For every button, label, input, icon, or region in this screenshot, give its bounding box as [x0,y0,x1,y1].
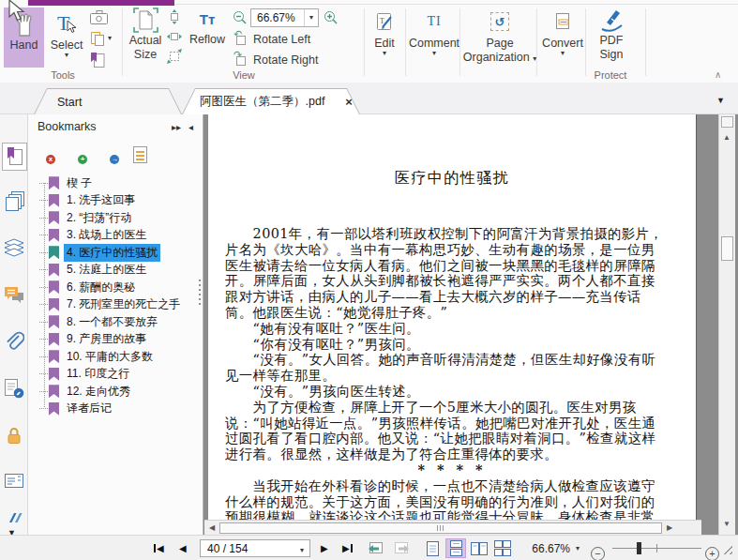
split-view-handle[interactable] [721,116,733,128]
facing-view-button[interactable] [469,538,489,558]
status-zoom-value[interactable]: 66.67% [518,536,570,560]
ribbon-separator [585,8,586,76]
zoom-slider-thumb[interactable] [637,542,641,554]
zoom-out-circle-button[interactable]: − [591,547,605,560]
zoom-in-button[interactable] [324,10,339,25]
bookmark-item[interactable]: 楔 子 [28,174,203,192]
page-combo-caret-icon: ▾ [300,546,304,554]
actual-size-label: Actual [129,35,162,47]
scroll-up-icon[interactable]: ▲ [723,133,730,142]
comment-button[interactable]: TI Comment ▾ [409,8,459,57]
continuous-view-button[interactable] [445,538,466,558]
continuous-facing-view-button[interactable] [492,538,513,558]
page-number-combobox[interactable]: 40 / 154 ▾ [200,539,310,557]
pdf-sign-label-2: Sign [599,49,623,61]
panel-splitter-handle[interactable] [199,280,201,306]
edit-button[interactable]: T Edit ▾ [366,8,403,57]
bookmark-item[interactable]: 7. 死刑室里的死亡之手 [28,296,203,314]
bookmark-item[interactable]: 12. 走向优秀 [28,383,203,401]
select-tool-button[interactable]: T Select ▾ [46,8,87,68]
add-bookmark-button[interactable]: + [69,146,86,164]
next-view-button[interactable] [394,536,410,560]
zoom-slider-tick [656,544,657,552]
bookmark-item[interactable]: 10. 平庸的大多数 [28,348,203,366]
sidebar-item-layers[interactable] [3,236,25,259]
bookmark-flag-icon [49,280,59,294]
facing-view-icon [471,542,488,555]
expand-bookmarks-button[interactable] [133,146,147,163]
horizontal-scrollbar[interactable]: ◀ ▶ [204,520,701,535]
sidebar-item-attachments[interactable] [3,330,25,353]
clipboard-button[interactable]: ▾ [90,30,112,47]
ribbon-separator [122,8,123,76]
single-page-view-button[interactable] [422,538,443,558]
tab-start-label: Start [35,96,82,109]
bookmark-item[interactable]: 5. 法庭上的医生 [28,262,203,280]
collapse-ribbon-icon[interactable]: ∧ [715,69,721,80]
scroll-left-icon[interactable]: ◀ [204,523,219,532]
vertical-scroll-thumb[interactable] [721,236,733,261]
fit-width-button[interactable] [167,29,182,44]
convert-button[interactable]: Convert ▾ [540,8,585,57]
sidebar-item-fields[interactable] [3,469,25,492]
panel-collapse-icon[interactable]: ▸▸ [172,122,181,132]
sidebar-item-partial[interactable] [3,507,25,529]
bookmark-page-button[interactable] [90,52,105,68]
bookmark-flag-icon [49,368,59,381]
status-zoom-caret-icon[interactable]: ▾ [576,536,580,560]
bookmark-item[interactable]: 2. “扫荡”行动 [28,209,203,227]
window-resize-grip[interactable] [720,542,732,554]
pdf-sign-label: PDF [600,35,624,47]
sidebar-item-bookmarks[interactable] [2,143,27,171]
sidebar-item-comments[interactable] [3,283,25,306]
scroll-down-icon[interactable]: ▼ [723,520,730,528]
actual-size-button[interactable]: Actual Size [126,8,165,61]
zoom-level-combobox[interactable]: 66.67% ▾ [250,8,319,27]
pdf-page[interactable]: 医疗中的性骚扰 2001年，有一部以塔利班政权控制下的阿富汗为背景拍摄的影片， … [208,114,697,520]
zoom-combo-caret-icon: ▾ [309,14,313,22]
goto-bookmark-button[interactable]: → [101,146,118,164]
sidebar-item-security[interactable] [3,424,25,446]
bookmark-item[interactable]: 3. 战场上的医生 [28,227,203,245]
scroll-right-icon[interactable]: ▶ [662,523,677,532]
bookmark-item[interactable]: 9. 产房里的故事 [28,331,203,349]
bookmark-item[interactable]: 8. 一个都不要放弃 [28,313,203,331]
horizontal-scroll-thumb[interactable] [219,522,662,534]
tab-start[interactable]: Start [34,88,182,114]
zoom-out-button[interactable] [233,10,248,25]
tab-list-menu-icon[interactable]: ▼ [716,96,725,105]
bookmark-item[interactable]: 11. 印度之行 [28,366,203,384]
ribbon-separator [536,8,537,76]
navigation-panel-strip: ▼ [0,114,28,535]
first-page-button[interactable]: ◀ [154,536,164,560]
last-page-button[interactable]: ▶ [342,536,353,560]
page-organization-button[interactable]: ↺ Page Organization ▾ [463,8,536,64]
pdf-sign-icon [599,8,625,33]
previous-page-button[interactable]: ◀ [179,536,187,560]
sidebar-item-signatures[interactable] [3,377,25,400]
previous-view-button[interactable] [368,536,384,560]
bookmark-item[interactable]: 1. 洗手这回事 [28,192,203,210]
pdf-sign-button[interactable]: PDF Sign [589,8,634,61]
next-page-button[interactable]: ▶ [321,536,328,560]
bookmark-flag-icon [49,350,59,363]
sidebar-item-pages[interactable] [3,189,25,212]
panel-hide-icon[interactable]: ◂ [188,122,193,132]
rotate-left-label: Rotate Left [253,33,310,46]
snapshot-button[interactable] [90,8,108,25]
actual-size-label-2: Size [134,49,157,61]
reflow-button[interactable]: Tт Reflow [186,8,229,46]
rotate-right-button[interactable]: ↷ Rotate Right [234,52,318,68]
vertical-scrollbar[interactable]: ▲ ▼ [718,114,735,535]
delete-bookmark-button[interactable]: x [38,146,54,164]
rotate-left-button[interactable]: ↶ Rotate Left [234,31,310,48]
zoom-in-circle-button[interactable]: + [705,547,719,560]
file-tab-accent[interactable] [28,0,174,6]
tab-document[interactable]: 阿图医生（第二季）.pdf × [182,88,360,114]
fit-page-button[interactable] [167,9,182,24]
fit-visible-button[interactable] [167,49,182,64]
bookmark-item[interactable]: 4. 医疗中的性骚扰 [28,244,203,262]
bookmark-flag-icon [49,402,59,416]
bookmark-item[interactable]: 译者后记 [28,401,203,418]
bookmark-item[interactable]: 6. 薪酬的奥秘 [28,279,203,296]
